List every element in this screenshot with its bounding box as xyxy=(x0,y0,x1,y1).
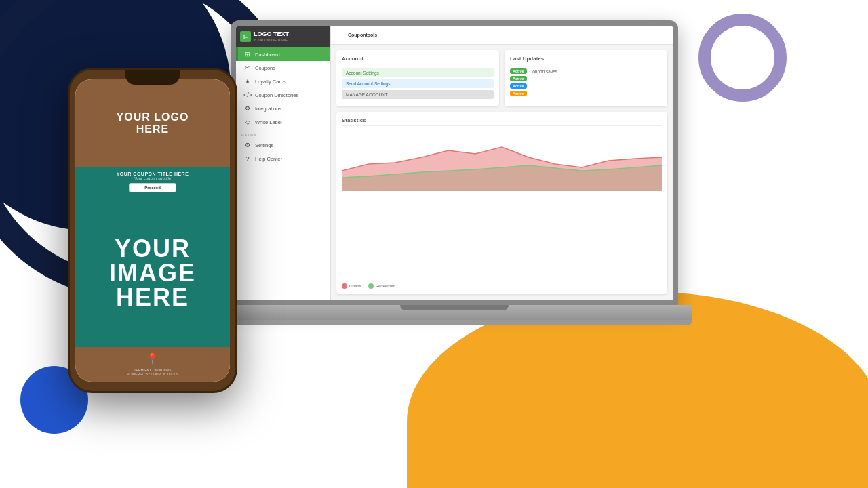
stat-row-2: Active xyxy=(510,76,662,81)
phone-mockup: YOUR LOGO HERE YOUR COUPON TITLE HERE Yo… xyxy=(68,68,237,393)
sidebar-label-whitelabel: White Label xyxy=(255,119,282,125)
redeemed-dot xyxy=(368,283,374,289)
chart-svg xyxy=(342,130,662,191)
stat-row-3: Active xyxy=(510,83,662,89)
stat-badge-3: Active xyxy=(510,83,527,89)
settings-icon: ⚙ xyxy=(243,142,252,148)
main-body: Account Account Settings Send Account Se… xyxy=(331,45,673,300)
account-settings-btn[interactable]: Account Settings xyxy=(342,68,494,77)
laptop-base xyxy=(217,305,692,325)
sidebar-item-coupons[interactable]: ✂ Coupons xyxy=(236,61,330,75)
stat-badge-1: Active xyxy=(510,68,527,74)
phone-notch xyxy=(125,70,180,85)
location-icon: 📍 xyxy=(146,352,159,365)
phone-powered: POWERED BY COUPON TOOLS xyxy=(127,372,178,376)
chart-legend: Opens Redeemed xyxy=(342,283,662,289)
send-account-btn[interactable]: Send Account Settings xyxy=(342,79,494,88)
sidebar-label-help: Help Center xyxy=(255,156,282,162)
laptop-screen-inner: 🏷 LOGO TEXT YOUR ONLINE NAME ⊞ Dashboard… xyxy=(236,26,673,300)
laptop-base-notch xyxy=(400,305,509,310)
phone-screen: YOUR LOGO HERE YOUR COUPON TITLE HERE Yo… xyxy=(75,79,230,382)
phone-coupon-section: YOUR COUPON TITLE HERE Your coupon subti… xyxy=(75,167,230,199)
main-header: ☰ Coupontools xyxy=(331,26,673,45)
stat-badge-4: Active xyxy=(510,91,527,96)
chart-card: Statistics xyxy=(336,112,667,294)
sidebar-label-loyalty: Loyalty Cards xyxy=(255,79,286,85)
main-content: ☰ Coupontools Account Account Settings S… xyxy=(331,26,673,300)
opens-dot xyxy=(342,283,347,289)
dashboard-icon: ⊞ xyxy=(243,51,252,58)
directories-icon: </> xyxy=(243,92,252,98)
stat-label-1: Coupon saves xyxy=(530,69,558,74)
legend-opens: Opens xyxy=(342,283,361,289)
redeemed-label: Redeemed xyxy=(376,284,395,288)
sidebar: 🏷 LOGO TEXT YOUR ONLINE NAME ⊞ Dashboard… xyxy=(236,26,331,300)
sidebar-item-directories[interactable]: </> Coupon Directories xyxy=(236,88,330,102)
sidebar-logo-sub: YOUR ONLINE NAME xyxy=(254,38,289,42)
phone-coupon-title: YOUR COUPON TITLE HERE xyxy=(81,171,224,176)
chart-title: Statistics xyxy=(342,117,662,126)
phone-image-text: YOUR IMAGE HERE xyxy=(109,237,196,310)
sidebar-item-help[interactable]: ? Help Center xyxy=(236,152,330,165)
sidebar-logo-text: LOGO TEXT xyxy=(254,31,289,38)
stat-badge-2: Active xyxy=(510,76,527,81)
phone-body: YOUR LOGO HERE YOUR COUPON TITLE HERE Yo… xyxy=(68,68,237,393)
sidebar-logo-container: LOGO TEXT YOUR ONLINE NAME xyxy=(254,31,289,42)
opens-label: Opens xyxy=(349,284,361,288)
phone-coupon-subtitle: Your coupon subtitle xyxy=(81,176,224,180)
laptop-base-foot xyxy=(217,320,692,325)
chart-area xyxy=(342,130,662,281)
last-updates-title: Last Updates xyxy=(510,56,662,64)
sidebar-item-settings[interactable]: ⚙ Settings xyxy=(236,138,330,152)
header-logo-text: Coupontools xyxy=(348,33,377,37)
bg-purple-circle xyxy=(698,14,787,102)
account-card-title: Account xyxy=(342,56,494,64)
laptop-screen: 🏷 LOGO TEXT YOUR ONLINE NAME ⊞ Dashboard… xyxy=(231,20,678,305)
extra-section-label: Extra xyxy=(236,129,330,138)
laptop-mockup: 🏷 LOGO TEXT YOUR ONLINE NAME ⊞ Dashboard… xyxy=(231,20,692,325)
sidebar-item-dashboard[interactable]: ⊞ Dashboard xyxy=(236,47,330,61)
sidebar-label-settings: Settings xyxy=(255,142,273,148)
stat-row-1: Active Coupon saves xyxy=(510,68,662,74)
help-icon: ? xyxy=(243,155,252,162)
sidebar-label-coupons: Coupons xyxy=(255,65,275,71)
dashboard-ui: 🏷 LOGO TEXT YOUR ONLINE NAME ⊞ Dashboard… xyxy=(236,26,673,300)
phone-logo-text: YOUR LOGO HERE xyxy=(117,111,189,135)
sidebar-item-loyalty[interactable]: ★ Loyalty Cards xyxy=(236,75,330,88)
manage-account-btn[interactable]: MANAGE ACCOUNT xyxy=(342,90,494,99)
integrations-icon: ⚙ xyxy=(243,105,252,112)
sidebar-label-dashboard: Dashboard xyxy=(255,52,280,58)
account-card: Account Account Settings Send Account Se… xyxy=(336,50,499,106)
phone-proceed-btn[interactable]: Proceed xyxy=(129,183,176,192)
sidebar-label-directories: Coupon Directories xyxy=(255,92,298,98)
sidebar-item-whitelabel[interactable]: ◇ White Label xyxy=(236,115,330,129)
whitelabel-icon: ◇ xyxy=(243,119,252,125)
sidebar-header: 🏷 LOGO TEXT YOUR ONLINE NAME xyxy=(236,26,330,47)
sidebar-logo-icon: 🏷 xyxy=(240,31,251,42)
loyalty-icon: ★ xyxy=(243,78,252,85)
sidebar-item-integrations[interactable]: ⚙ Integrations xyxy=(236,102,330,115)
coupons-icon: ✂ xyxy=(243,64,252,71)
phone-image-area: YOUR IMAGE HERE xyxy=(75,199,230,347)
hamburger-icon[interactable]: ☰ xyxy=(338,31,344,39)
sidebar-label-integrations: Integrations xyxy=(255,106,281,112)
legend-redeemed: Redeemed xyxy=(368,283,395,289)
phone-logo-area: YOUR LOGO HERE xyxy=(75,79,230,167)
stat-row-4: Active xyxy=(510,91,662,96)
phone-bottom-section: 📍 TERMS & CONDITIONS POWERED BY COUPON T… xyxy=(75,347,230,382)
last-updates-card: Last Updates Active Coupon saves Active … xyxy=(505,50,667,106)
sidebar-nav: ⊞ Dashboard ✂ Coupons ★ Loyalty Cards xyxy=(236,47,330,300)
